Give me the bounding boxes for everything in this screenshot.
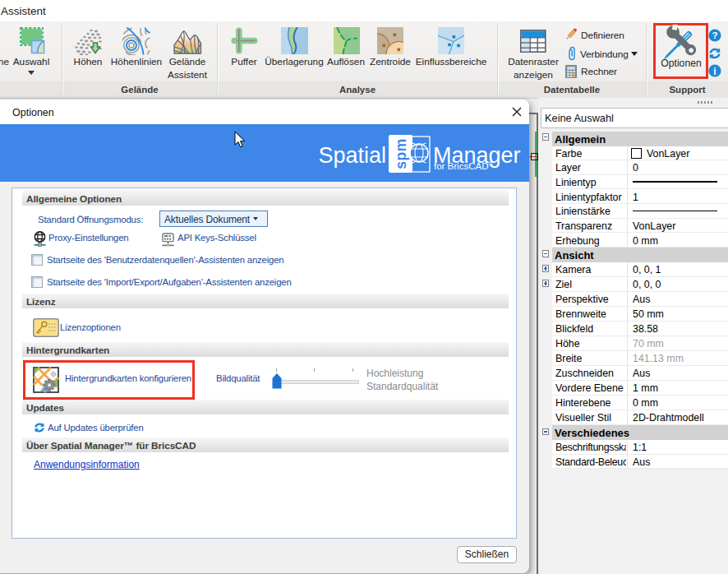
svg-text:?: ? (712, 30, 717, 40)
svg-text:i: i (713, 66, 716, 77)
